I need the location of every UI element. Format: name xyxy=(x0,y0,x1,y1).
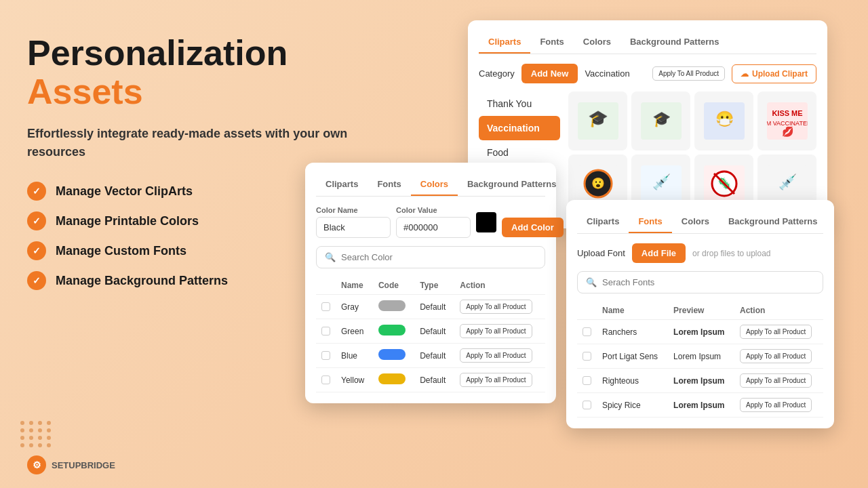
font-name-spicy-rice: Spicy Rice xyxy=(597,393,668,418)
svg-text:😮: 😮 xyxy=(591,177,605,190)
col-header-type: Type xyxy=(414,277,454,295)
tab-colors[interactable]: Colors xyxy=(574,31,620,54)
fonts-col-preview: Preview xyxy=(668,302,734,320)
color-value-col: Color Value xyxy=(396,206,471,238)
colors-tab-fonts[interactable]: Fonts xyxy=(368,174,410,196)
col-header-code: Code xyxy=(373,277,414,295)
font-row-checkbox[interactable] xyxy=(583,401,591,409)
category-item-food[interactable]: Food xyxy=(479,140,560,165)
colors-tab-bg[interactable]: Background Patterns xyxy=(458,174,566,196)
category-label: Category xyxy=(479,68,515,79)
color-value-input[interactable] xyxy=(396,217,471,238)
hero-subtitle: Effortlessly integrate ready-made assets… xyxy=(27,125,353,161)
col-header-action: Action xyxy=(454,277,545,295)
apply-all-product-button[interactable]: Apply To All Product xyxy=(652,66,725,81)
tab-cliparts[interactable]: Cliparts xyxy=(479,31,530,54)
fonts-tab-colors[interactable]: Colors xyxy=(672,211,719,233)
clipart-item-1[interactable]: 🎓 xyxy=(568,92,627,150)
apply-yellow-button[interactable]: Apply To all Product xyxy=(460,373,532,387)
color-form-row: Color Name Color Value Add Color xyxy=(316,206,545,238)
table-row: Yellow Default Apply To all Product xyxy=(316,368,545,392)
font-preview-ranchers: Lorem Ipsum xyxy=(668,320,734,344)
apply-spicy-rice-button[interactable]: Apply To all Product xyxy=(740,398,812,412)
upload-font-label: Upload Font xyxy=(577,248,625,258)
color-swatch-green xyxy=(378,325,406,336)
font-row-checkbox[interactable] xyxy=(583,376,591,385)
cliparts-toolbar: Category Add New Vaccination Apply To Al… xyxy=(479,64,816,83)
search-icon: 🔍 xyxy=(325,252,336,262)
fonts-table: Name Preview Action Ranchers Lorem Ipsum… xyxy=(577,302,823,418)
panel-fonts: Cliparts Fonts Colors Background Pattern… xyxy=(566,200,834,428)
apply-blue-button[interactable]: Apply To all Product xyxy=(460,348,532,363)
font-preview-spicy-rice: Lorem Ipsum xyxy=(668,393,734,418)
fonts-search-bar[interactable]: 🔍 xyxy=(577,271,823,293)
color-name-green: Green xyxy=(336,319,373,344)
color-name-yellow: Yellow xyxy=(336,368,373,392)
fonts-search-input[interactable] xyxy=(602,277,814,287)
fonts-col-action: Action xyxy=(734,302,823,320)
font-row-checkbox[interactable] xyxy=(583,352,591,361)
check-icon-4 xyxy=(27,271,46,290)
fonts-tab-cliparts[interactable]: Cliparts xyxy=(577,211,629,233)
colors-tab-colors[interactable]: Colors xyxy=(411,174,458,196)
fonts-tab-bg[interactable]: Background Patterns xyxy=(719,211,827,233)
color-name-input[interactable] xyxy=(316,217,391,238)
font-name-righteous: Righteous xyxy=(597,369,668,393)
check-icon-2 xyxy=(27,211,46,230)
row-checkbox[interactable] xyxy=(321,327,330,336)
row-checkbox[interactable] xyxy=(321,302,330,311)
category-item-vaccination[interactable]: Vaccination xyxy=(479,116,560,140)
clipart-item-4[interactable]: KISS ME I'M VACCINATED 💋 xyxy=(757,92,816,150)
fonts-col-checkbox xyxy=(577,302,597,320)
col-header-checkbox xyxy=(316,277,336,295)
colors-search-bar[interactable]: 🔍 xyxy=(316,246,545,268)
cliparts-grid: 🎓 🎓 😷 xyxy=(568,92,816,218)
clipart-item-2[interactable]: 🎓 xyxy=(631,92,690,150)
cliparts-tabs: Cliparts Fonts Colors Background Pattern… xyxy=(479,31,816,54)
font-name-ranchers: Ranchers xyxy=(597,320,668,344)
category-item-thank-you[interactable]: Thank You xyxy=(479,92,560,116)
color-swatch-blue xyxy=(378,349,406,360)
category-list: Thank You Vaccination Food xyxy=(479,92,560,165)
table-row: Gray Default Apply To all Product xyxy=(316,295,545,319)
table-row: Blue Default Apply To all Product xyxy=(316,344,545,368)
apply-ranchers-button[interactable]: Apply To all Product xyxy=(740,325,812,339)
check-icon-3 xyxy=(27,241,46,260)
svg-text:🎓: 🎓 xyxy=(652,110,671,128)
row-checkbox[interactable] xyxy=(321,351,330,360)
tab-fonts[interactable]: Fonts xyxy=(530,31,573,54)
add-color-button[interactable]: Add Color xyxy=(502,218,564,237)
apply-gray-button[interactable]: Apply To all Product xyxy=(460,300,532,314)
clipart-img-3: 😷 xyxy=(694,92,753,150)
apply-green-button[interactable]: Apply To all Product xyxy=(460,324,532,338)
clipart-item-3[interactable]: 😷 xyxy=(694,92,753,150)
svg-text:💉: 💉 xyxy=(778,173,797,191)
color-swatch-preview xyxy=(476,212,496,232)
selected-category: Vaccination xyxy=(585,68,629,79)
color-type-green: Default xyxy=(414,319,454,344)
color-swatch-yellow xyxy=(378,373,406,384)
feature-label-1: Manage Vector ClipArts xyxy=(56,184,193,199)
font-row-spicy-rice: Spicy Rice Lorem Ipsum Apply To all Prod… xyxy=(577,393,823,418)
feature-label-2: Manage Printable Colors xyxy=(56,214,199,228)
color-type-yellow: Default xyxy=(414,368,454,392)
panel-colors: Cliparts Fonts Colors Background Pattern… xyxy=(305,163,556,403)
colors-table: Name Code Type Action Gray Default Apply… xyxy=(316,277,545,392)
tab-bg-patterns[interactable]: Background Patterns xyxy=(620,31,728,54)
colors-search-input[interactable] xyxy=(341,252,536,262)
font-preview-port-ligat: Lorem Ipsum xyxy=(668,344,734,369)
font-row-checkbox[interactable] xyxy=(583,327,591,336)
apply-righteous-button[interactable]: Apply To all Product xyxy=(740,373,812,388)
row-checkbox[interactable] xyxy=(321,375,330,384)
apply-port-ligat-button[interactable]: Apply To all Product xyxy=(740,349,812,363)
colors-tab-cliparts[interactable]: Cliparts xyxy=(316,174,368,196)
upload-clipart-button[interactable]: ☁ Upload Clipart xyxy=(732,64,816,83)
feature-label-4: Manage Background Patterns xyxy=(56,274,228,288)
color-type-blue: Default xyxy=(414,344,454,368)
color-name-gray: Gray xyxy=(336,295,373,319)
add-file-button[interactable]: Add File xyxy=(632,243,686,263)
fonts-tab-fonts[interactable]: Fonts xyxy=(629,211,671,233)
add-new-button[interactable]: Add New xyxy=(521,64,578,83)
hero-title-orange: Assets xyxy=(27,73,400,111)
decorative-dots-bottom-left xyxy=(20,421,52,447)
